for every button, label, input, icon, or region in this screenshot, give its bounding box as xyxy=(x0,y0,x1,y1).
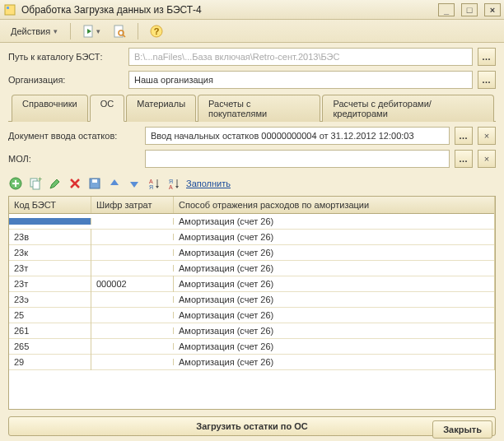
svg-rect-19 xyxy=(92,179,97,183)
toolbar-execute-button[interactable]: ▾ xyxy=(77,22,105,40)
table-row[interactable]: 23вАмортизация (счет 26) xyxy=(9,230,495,245)
table-row[interactable]: 261Амортизация (счет 26) xyxy=(9,323,495,339)
table-cell: 29 xyxy=(9,354,91,370)
svg-rect-1 xyxy=(7,7,9,9)
sort-desc-button[interactable]: ЯА xyxy=(166,176,181,191)
path-row: Путь к каталогу БЭСТ: B:\...naFiles\...Б… xyxy=(8,48,496,66)
svg-text:?: ? xyxy=(154,26,160,36)
table-cell: Амортизация (счет 26) xyxy=(174,354,495,370)
chevron-down-icon: ▾ xyxy=(54,27,58,35)
mol-select-button[interactable]: … xyxy=(455,150,473,168)
table-cell xyxy=(91,343,174,350)
table-row[interactable]: 23тАмортизация (счет 26) xyxy=(9,261,495,276)
edit-row-button[interactable] xyxy=(48,176,63,191)
mol-input[interactable] xyxy=(145,150,450,168)
table-row[interactable]: 29Амортизация (счет 26) xyxy=(9,355,495,370)
doc-select-button[interactable]: … xyxy=(455,127,473,145)
separator xyxy=(138,23,138,39)
data-grid[interactable]: Код БЭСТ Шифр затрат Способ отражения ра… xyxy=(8,196,496,410)
table-row[interactable]: 23т000002Амортизация (счет 26) xyxy=(9,276,495,292)
tab-raschety-pokupatelyami[interactable]: Расчеты с покупателями xyxy=(198,95,320,122)
svg-text:Я: Я xyxy=(149,184,153,190)
svg-text:А: А xyxy=(149,179,153,184)
titlebar: Обработка Загрузка данных из БЭСТ-4 _ □ … xyxy=(0,0,504,20)
fill-link[interactable]: Заполнить xyxy=(186,179,231,188)
move-up-button[interactable] xyxy=(107,176,122,191)
tab-raschety-debitorami[interactable]: Расчеты с дебиторами/кредиторами xyxy=(322,95,494,122)
table-cell: Амортизация (счет 26) xyxy=(174,213,495,230)
table-cell xyxy=(91,296,174,303)
table-row[interactable]: 23эАмортизация (счет 26) xyxy=(9,292,495,308)
tab-spravochniki[interactable]: Справочники xyxy=(12,95,88,122)
minimize-button[interactable]: _ xyxy=(438,3,455,16)
table-cell xyxy=(9,218,91,225)
mol-row: МОЛ: … × xyxy=(8,150,496,168)
delete-row-button[interactable] xyxy=(68,176,82,191)
mol-clear-button[interactable]: × xyxy=(478,150,496,168)
copy-row-button[interactable]: + xyxy=(28,176,43,191)
toolbar-report-button[interactable] xyxy=(108,22,131,40)
tab-materialy[interactable]: Материалы xyxy=(126,95,196,122)
col-header-sposob[interactable]: Способ отражения расходов по амортизации xyxy=(174,197,495,213)
path-input[interactable]: B:\...naFiles\...База включая\Retro-сент… xyxy=(128,48,473,66)
table-cell xyxy=(91,312,174,318)
actions-menu-button[interactable]: Действия ▾ xyxy=(5,22,63,40)
svg-marker-15 xyxy=(50,179,59,188)
svg-text:Я: Я xyxy=(169,179,173,184)
table-row[interactable]: 25Амортизация (счет 26) xyxy=(9,308,495,323)
table-row[interactable]: 23кАмортизация (счет 26) xyxy=(9,245,495,261)
org-row: Организация: Наша организация … xyxy=(8,71,496,89)
sort-asc-button[interactable]: АЯ xyxy=(147,176,161,191)
svg-marker-21 xyxy=(130,182,138,188)
table-cell: Амортизация (счет 26) xyxy=(174,229,495,245)
table-cell: 261 xyxy=(9,323,91,339)
table-cell xyxy=(91,359,174,365)
table-cell: 000002 xyxy=(91,276,174,292)
tab-bar: Справочники ОС Материалы Расчеты с покуп… xyxy=(8,94,496,122)
mol-label: МОЛ: xyxy=(8,154,140,164)
actions-label: Действия xyxy=(11,26,50,36)
load-os-button[interactable]: Загрузить остатки по ОС xyxy=(8,416,496,436)
svg-rect-0 xyxy=(5,5,15,15)
org-input[interactable]: Наша организация xyxy=(128,71,473,89)
close-window-button[interactable]: × xyxy=(484,3,501,16)
path-browse-button[interactable]: … xyxy=(478,48,496,66)
tab-os[interactable]: ОС xyxy=(90,95,125,122)
org-label: Организация: xyxy=(8,75,124,85)
grid-toolbar: + АЯ ЯА Заполнить xyxy=(8,173,496,196)
close-button[interactable]: Закрыть xyxy=(432,420,492,439)
table-cell: 23т xyxy=(9,260,91,276)
sheet-magnifier-icon xyxy=(112,24,127,39)
add-row-button[interactable] xyxy=(8,176,23,191)
table-cell: 23э xyxy=(9,291,91,308)
app-icon xyxy=(3,3,16,16)
table-cell xyxy=(91,218,174,225)
table-cell: Амортизация (счет 26) xyxy=(174,276,495,292)
doc-label: Документ ввода остатков: xyxy=(8,131,140,141)
svg-marker-29 xyxy=(175,186,179,188)
svg-marker-20 xyxy=(110,179,119,185)
help-icon: ? xyxy=(149,24,164,39)
col-header-shifr[interactable]: Шифр затрат xyxy=(91,197,174,213)
table-row[interactable]: Амортизация (счет 26) xyxy=(9,214,495,230)
doc-clear-button[interactable]: × xyxy=(478,127,496,145)
path-label: Путь к каталогу БЭСТ: xyxy=(8,52,124,62)
table-row[interactable]: 265Амортизация (счет 26) xyxy=(9,339,495,355)
svg-text:+: + xyxy=(38,177,42,183)
table-cell xyxy=(91,327,174,334)
table-cell: 23в xyxy=(9,229,91,245)
table-cell xyxy=(91,234,174,240)
table-cell: 25 xyxy=(9,307,91,323)
table-cell: Амортизация (счет 26) xyxy=(174,260,495,276)
grid-body: Амортизация (счет 26)23вАмортизация (сче… xyxy=(9,214,495,370)
org-select-button[interactable]: … xyxy=(478,71,496,89)
help-button[interactable]: ? xyxy=(145,22,168,40)
play-sheet-icon xyxy=(82,24,96,39)
maximize-button[interactable]: □ xyxy=(461,3,478,16)
table-cell: Амортизация (счет 26) xyxy=(174,323,495,339)
doc-input[interactable]: Ввод начальных остатков 00000000004 от 3… xyxy=(145,127,450,145)
svg-marker-25 xyxy=(156,186,159,188)
col-header-kod[interactable]: Код БЭСТ xyxy=(9,197,91,213)
save-button[interactable] xyxy=(87,176,102,191)
move-down-button[interactable] xyxy=(127,176,142,191)
